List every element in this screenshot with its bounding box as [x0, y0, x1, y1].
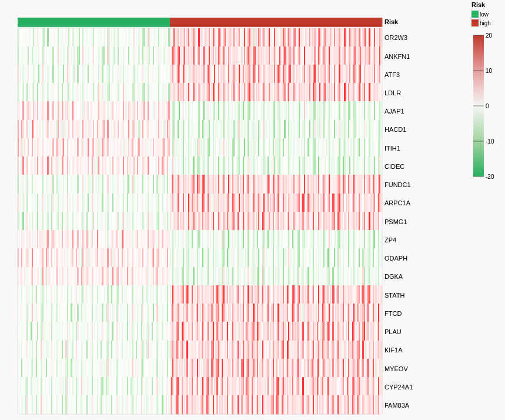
heatmap-container [0, 0, 505, 420]
